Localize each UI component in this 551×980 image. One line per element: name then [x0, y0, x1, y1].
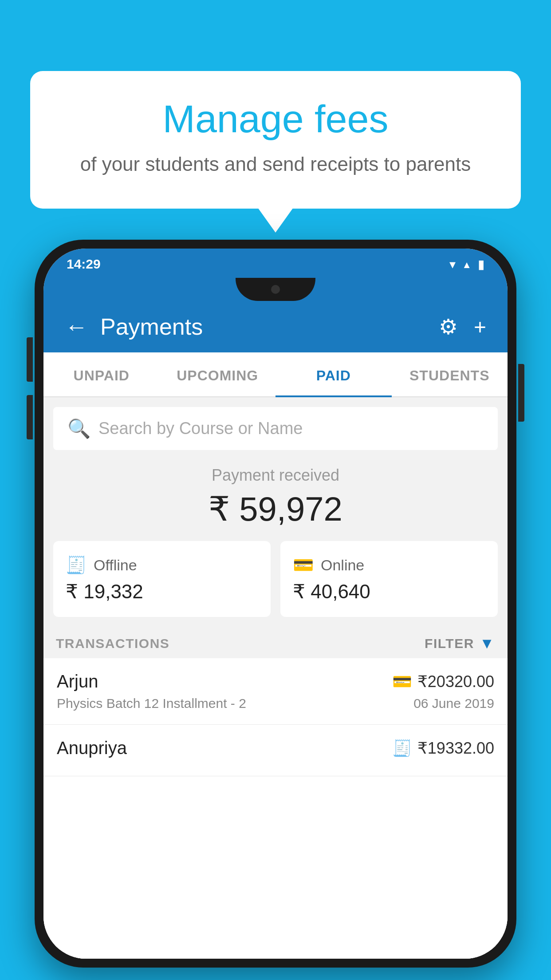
volume-down-button — [27, 395, 33, 439]
filter-button[interactable]: FILTER ▼ — [425, 635, 495, 652]
notch — [236, 278, 315, 301]
online-icon: 💳 — [293, 555, 314, 575]
header-actions: ⚙ + — [439, 314, 486, 339]
offline-payment-card: 🧾 Offline ₹ 19,332 — [53, 541, 271, 617]
add-icon[interactable]: + — [474, 315, 486, 339]
offline-amount: ₹ 19,332 — [66, 580, 258, 603]
offline-icon: 🧾 — [66, 555, 87, 575]
filter-icon: ▼ — [480, 635, 495, 652]
transaction-amount: ₹19332.00 — [417, 739, 494, 758]
header-title: Payments — [100, 313, 439, 340]
battery-icon — [478, 257, 484, 272]
speech-bubble-subtitle: of your students and send receipts to pa… — [66, 150, 485, 178]
payment-received-label: Payment received — [43, 466, 508, 485]
search-icon: 🔍 — [67, 418, 91, 439]
online-payment-card: 💳 Online ₹ 40,640 — [280, 541, 498, 617]
phone-mockup: 14:29 ← Payments ⚙ + — [35, 240, 516, 968]
online-amount: ₹ 40,640 — [293, 580, 485, 603]
app-header: ← Payments ⚙ + — [43, 301, 508, 352]
back-button[interactable]: ← — [65, 313, 88, 340]
transaction-name: Arjun — [57, 672, 98, 692]
power-button — [518, 364, 524, 422]
online-label: Online — [321, 557, 364, 574]
transaction-method-icon: 🧾 — [392, 739, 412, 758]
transaction-method-icon: 💳 — [392, 672, 412, 691]
camera — [271, 285, 280, 294]
transaction-date: 06 June 2019 — [413, 696, 494, 711]
speech-bubble-card: Manage fees of your students and send re… — [30, 71, 521, 209]
tab-paid[interactable]: PAID — [276, 352, 392, 396]
transaction-row[interactable]: Anupriya 🧾 ₹19332.00 — [43, 725, 508, 776]
payment-received-section: Payment received ₹ 59,972 — [43, 450, 508, 541]
notch-area — [43, 278, 508, 301]
transactions-label: TRANSACTIONS — [56, 636, 169, 651]
signal-icon — [462, 257, 472, 271]
tab-unpaid[interactable]: UNPAID — [43, 352, 160, 396]
transaction-list: Arjun 💳 ₹20320.00 Physics Batch 12 Insta… — [43, 658, 508, 959]
transaction-name: Anupriya — [57, 738, 127, 758]
tab-upcoming[interactable]: UPCOMING — [160, 352, 276, 396]
transactions-header: TRANSACTIONS FILTER ▼ — [43, 627, 508, 658]
status-bar: 14:29 — [43, 249, 508, 278]
volume-up-button — [27, 337, 33, 382]
transaction-row[interactable]: Arjun 💳 ₹20320.00 Physics Batch 12 Insta… — [43, 658, 508, 725]
tab-students[interactable]: STUDENTS — [392, 352, 508, 396]
transaction-course: Physics Batch 12 Installment - 2 — [57, 696, 246, 711]
payment-received-amount: ₹ 59,972 — [43, 489, 508, 529]
speech-bubble-title: Manage fees — [66, 98, 485, 141]
search-bar[interactable]: 🔍 Search by Course or Name — [53, 407, 498, 450]
status-icons — [449, 257, 484, 272]
offline-label: Offline — [94, 557, 137, 574]
tab-bar: UNPAID UPCOMING PAID STUDENTS — [43, 352, 508, 397]
status-time: 14:29 — [67, 257, 101, 272]
filter-label: FILTER — [425, 636, 474, 651]
wifi-icon — [449, 257, 456, 272]
search-input-placeholder: Search by Course or Name — [98, 419, 303, 438]
transaction-amount: ₹20320.00 — [417, 672, 494, 691]
settings-icon[interactable]: ⚙ — [439, 314, 458, 339]
content-area: 🔍 Search by Course or Name Payment recei… — [43, 397, 508, 959]
payment-method-cards: 🧾 Offline ₹ 19,332 💳 Online ₹ 40,640 — [43, 541, 508, 627]
